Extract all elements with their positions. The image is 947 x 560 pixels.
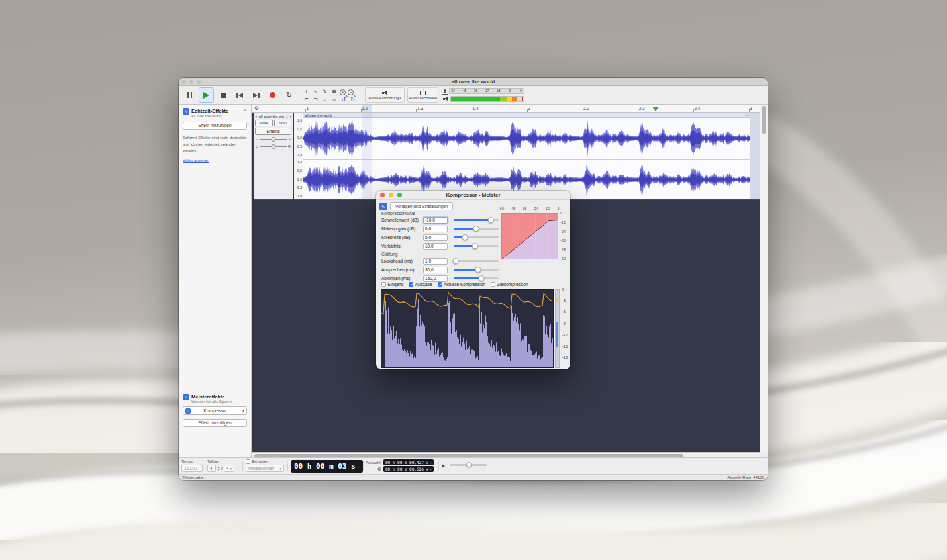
field-value-input[interactable]: 10,0 [423, 243, 448, 250]
vertical-scrollbar[interactable] [760, 105, 768, 452]
dialog-titlebar[interactable]: Kompressor - Meister [376, 191, 570, 200]
field-slider[interactable] [454, 228, 499, 230]
zoom-project-tool[interactable]: ⇔ [330, 96, 338, 103]
master-add-effect-button[interactable]: Effekt hinzufügen [183, 419, 247, 427]
multi-tool[interactable]: ✱ [330, 88, 338, 95]
play-speed-thumb[interactable] [466, 462, 472, 467]
play-button[interactable] [199, 87, 214, 103]
play-at-speed-icon[interactable] [442, 464, 445, 468]
time-display[interactable]: 00 h 00 m 03 s▾ [291, 460, 363, 473]
watch-video-link[interactable]: Video ansehen [183, 158, 247, 162]
add-effect-button[interactable]: Effekt hinzufügen [183, 122, 247, 130]
pan-slider[interactable]: L R [255, 144, 291, 150]
slider-thumb[interactable] [472, 243, 477, 249]
playhead-marker[interactable] [652, 107, 659, 111]
zoom-selection-tool[interactable]: ↔ [321, 96, 328, 103]
window-titlebar[interactable]: all over the world [179, 78, 768, 86]
zoom-out-tool[interactable]: − [348, 89, 354, 95]
field-slider[interactable] [454, 236, 499, 238]
vertical-scrollbar-thumb[interactable] [762, 106, 766, 134]
undo-button[interactable]: ↺ [340, 96, 347, 103]
horizontal-scrollbar-thumb[interactable] [254, 454, 683, 457]
slider-thumb[interactable] [479, 275, 485, 281]
tempo-value[interactable]: 110,00 [181, 465, 203, 472]
zoom-in-tool[interactable]: + [340, 89, 346, 95]
track-close-icon[interactable]: × [255, 115, 258, 118]
option-zielkompression[interactable]: Zielkompression [491, 282, 528, 287]
close-icon[interactable]: × [244, 108, 247, 113]
slider-thumb[interactable] [488, 217, 494, 223]
selection-tool[interactable]: I [303, 88, 310, 95]
field-value-input[interactable]: -10,0 [423, 217, 448, 224]
field-value-input[interactable]: 1,0 [423, 258, 448, 265]
snap-checkbox[interactable] [246, 459, 250, 464]
selection-end-field[interactable]: 00 h 00 m 00,626 s▾ [383, 466, 434, 472]
field-value-input[interactable]: 150,0 [423, 275, 448, 282]
audio-setup-button[interactable]: Audio-Einrichtung▾ [365, 87, 405, 103]
timeline-options-gear-icon[interactable]: ⚙ [254, 105, 259, 112]
vertical-scale-ruler[interactable]: 1,00,50,0-0,5-1,0 1,00,50,0-0,5-1,0 [294, 113, 303, 200]
playback-meter[interactable] [442, 95, 524, 103]
field-value-input[interactable]: 5,0 [423, 234, 448, 241]
checkbox-box[interactable] [491, 282, 495, 287]
track-name[interactable]: all over the world [259, 115, 289, 118]
share-audio-button[interactable]: Audio hochladen [407, 87, 438, 103]
record-button[interactable] [265, 87, 280, 103]
snap-unit-select[interactable]: Millisekunden▾ [246, 465, 284, 472]
field-label: Kniebreite (dB) [381, 235, 423, 240]
field-slider[interactable] [454, 260, 499, 262]
chevron-down-icon[interactable]: ▾ [240, 409, 244, 413]
field-value-input[interactable]: 30,0 [423, 267, 448, 273]
horizontal-scrollbar[interactable] [252, 452, 760, 457]
pause-button[interactable] [182, 87, 197, 103]
loop-button[interactable]: ↻ [281, 87, 297, 103]
track-menu-caret-icon[interactable]: ▾ [289, 115, 291, 118]
silence-audio-tool[interactable]: ⊐ [312, 96, 319, 103]
field-slider[interactable] [454, 245, 499, 247]
stop-button[interactable] [215, 87, 230, 103]
clip-menu-icon[interactable]: ⋯ [745, 113, 749, 117]
trim-audio-tool[interactable]: ⊏ [303, 96, 310, 103]
pan-slider-thumb[interactable] [271, 144, 275, 149]
slider-thumb[interactable] [474, 226, 479, 232]
envelope-tool[interactable]: ∿ [312, 88, 319, 95]
solo-button[interactable]: Solo [274, 120, 292, 126]
checkbox-box[interactable] [438, 282, 442, 287]
compression-curve-graph[interactable] [501, 213, 558, 259]
history-axis-label: 0 [562, 287, 564, 291]
skip-to-start-button[interactable] [232, 87, 247, 103]
field-value-input[interactable]: 0,0 [423, 226, 448, 232]
timesig-upper[interactable]: 4 [207, 465, 216, 472]
gain-slider-thumb[interactable] [271, 137, 275, 142]
slider-thumb[interactable] [462, 234, 468, 240]
play-speed-slider[interactable] [450, 464, 487, 466]
timesig-stepper[interactable]: ▲▼ [217, 466, 220, 471]
option-aktuelle-kompression[interactable]: Aktuelle Kompression [438, 282, 485, 287]
presets-settings-button[interactable]: Vorlagen und Einstellungen [390, 202, 453, 210]
compression-history-graph[interactable] [381, 289, 554, 368]
field-slider[interactable] [454, 219, 499, 221]
track-effects-button[interactable]: Effekte [255, 128, 291, 135]
timeline-ruler[interactable]: ⚙ 11.21.31.422.22.32.43 [252, 105, 760, 113]
master-effect-item-kompressor[interactable]: ○ Kompressor ▾ [183, 406, 247, 415]
skip-to-end-button[interactable] [248, 87, 264, 103]
gain-slider[interactable]: − + [255, 136, 291, 142]
field-slider[interactable] [454, 269, 499, 271]
chevron-down-icon[interactable]: ▾ [358, 465, 360, 469]
mute-button[interactable]: Mute [255, 120, 273, 126]
slider-thumb[interactable] [453, 258, 459, 264]
slider-thumb[interactable] [475, 267, 481, 273]
field-slider[interactable] [454, 277, 499, 279]
checkbox-box[interactable] [409, 282, 413, 287]
redo-button[interactable]: ↻ [349, 96, 356, 103]
effect-power-icon[interactable]: ○ [185, 408, 191, 414]
option-eingang[interactable]: Eingang [381, 282, 403, 287]
recording-meter[interactable]: -54-45-36-27-18-90 [442, 87, 524, 95]
track-empty-region[interactable] [750, 113, 760, 200]
option-ausgabe[interactable]: Ausgabe [409, 282, 432, 287]
selection-start-field[interactable]: 00 h 00 m 00,427 s▾ [383, 459, 434, 465]
timesig-lower[interactable]: 4▾ [224, 465, 234, 472]
draw-tool[interactable]: ✎ [321, 88, 328, 95]
selection-settings-gear-icon[interactable]: ⚙ [366, 467, 381, 472]
checkbox-box[interactable] [381, 282, 386, 287]
